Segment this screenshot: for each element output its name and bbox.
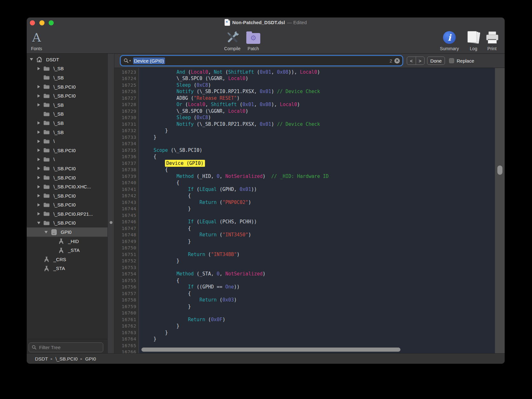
disclosure-triangle[interactable]: [36, 94, 41, 98]
done-button[interactable]: Done: [427, 57, 445, 65]
breadcrumb-item[interactable]: GPI0: [85, 356, 96, 362]
tree-item-_SBPCI0[interactable]: \_SB.PCI0: [27, 173, 107, 182]
disclosure-triangle[interactable]: [36, 176, 41, 179]
disclosure-triangle[interactable]: [36, 67, 41, 70]
disclosure-triangle[interactable]: [36, 158, 41, 161]
code-line: }: [142, 258, 495, 264]
tree-item-_SB[interactable]: \_SB: [27, 118, 107, 128]
toolbar: A Fonts Compile ⚙ Patch i Summary Log: [27, 28, 505, 53]
tree-item-_SBPCI0[interactable]: \_SB.PCI0: [27, 82, 107, 91]
line-number: 16762: [114, 323, 136, 329]
vertical-scrollbar[interactable]: [495, 68, 505, 353]
disclosure-triangle[interactable]: [44, 231, 49, 233]
line-number: 16740: [114, 179, 136, 186]
tree-item-_SB[interactable]: \_SB: [27, 128, 107, 137]
tree-item-_STA[interactable]: _STA: [27, 264, 107, 273]
tree-item-_SBPCI0[interactable]: \_SB.PCI0: [27, 191, 107, 200]
window-title-edited: — Edited: [287, 20, 307, 25]
filter-tree-input[interactable]: Filter Tree: [29, 342, 103, 352]
disclosure-triangle[interactable]: [36, 194, 41, 197]
find-previous-button[interactable]: <: [407, 57, 416, 64]
search-input[interactable]: ▾ Device (GPI0) 2 ✕: [121, 56, 402, 65]
line-number: 16745: [114, 212, 136, 219]
line-number: 16730: [114, 114, 136, 121]
tree-item-_SB[interactable]: \_SB: [27, 73, 107, 82]
tree-item-_SB[interactable]: \_SB: [27, 64, 107, 73]
tree-item-DSDT[interactable]: DSDT: [27, 55, 107, 64]
line-number: 16737: [114, 160, 136, 167]
print-button[interactable]: Print: [478, 30, 505, 51]
tree-item-_SB[interactable]: \_SB: [27, 110, 107, 119]
disclosure-triangle[interactable]: [29, 58, 34, 61]
folder-icon: [43, 102, 50, 108]
pane-splitter[interactable]: [107, 54, 114, 353]
tree-item-_SBPCI0[interactable]: \_SB.PCI0: [27, 146, 107, 155]
disclosure-triangle[interactable]: [36, 212, 41, 215]
tree-item-_SBPCI0[interactable]: \_SB.PCI0: [27, 91, 107, 100]
code-line: [142, 310, 495, 316]
tree-item-_HID[interactable]: _HID: [27, 237, 107, 246]
tree-item-_SBPCI0[interactable]: \_SB.PCI0: [27, 200, 107, 210]
line-number: 16765: [114, 342, 136, 349]
code-line: {: [142, 290, 495, 297]
line-number: 16750: [114, 245, 136, 251]
search-value-selected: Device (GPI0): [133, 57, 165, 64]
tree-item-[interactable]: \: [27, 137, 107, 146]
disclosure-triangle[interactable]: [36, 85, 41, 88]
line-number: 16759: [114, 303, 136, 310]
vertical-scrollbar-thumb[interactable]: [497, 166, 502, 175]
code-line: Return ("INT3450"): [142, 232, 495, 238]
code-editor[interactable]: And (Local0, Not (ShiftLeft (0x01, 0x08)…: [139, 68, 495, 353]
disclosure-triangle[interactable]: [36, 185, 41, 188]
close-button[interactable]: [30, 20, 35, 25]
tree-item-GPI0[interactable]: GPI0: [27, 227, 107, 237]
tree-item-_CRS[interactable]: _CRS: [27, 255, 107, 264]
patch-button[interactable]: ⚙ Patch: [239, 30, 268, 51]
breadcrumb-separator-icon: ▸: [51, 357, 53, 361]
line-number: 16728: [114, 101, 136, 108]
disclosure-triangle[interactable]: [36, 167, 41, 170]
disclosure-triangle[interactable]: [36, 140, 41, 143]
tree-item-_SBPCI0RP21[interactable]: \_SB.PCI0.RP21...: [27, 209, 107, 219]
breadcrumb-item[interactable]: \_SB.PCI0: [55, 356, 78, 362]
line-number: 16744: [114, 206, 136, 212]
code-line: [142, 245, 495, 251]
title-bar: ✕ Non-Patched_DSDT.dsl — Edited: [27, 17, 505, 28]
disclosure-triangle[interactable]: [36, 121, 41, 125]
code-line: }: [142, 206, 495, 212]
tree-item-_STA[interactable]: _STA: [27, 246, 107, 255]
app-window: ✕ Non-Patched_DSDT.dsl — Edited A Fonts …: [27, 17, 505, 364]
code-line: [142, 212, 495, 219]
disclosure-triangle[interactable]: [36, 222, 41, 224]
tree-item-label: \_SB.PCI0.RP21...: [53, 211, 93, 217]
disclosure-triangle[interactable]: [36, 103, 41, 106]
line-number: 16763: [114, 329, 136, 336]
disclosure-triangle[interactable]: [36, 149, 41, 152]
zoom-button[interactable]: [49, 20, 54, 25]
folder-icon: [43, 220, 50, 226]
disclosure-triangle[interactable]: [36, 131, 41, 134]
folder-icon: [43, 84, 50, 90]
clear-search-icon[interactable]: ✕: [394, 58, 400, 64]
disclosure-triangle[interactable]: [36, 203, 41, 206]
horizontal-scrollbar-thumb[interactable]: [141, 348, 400, 352]
breadcrumb-item[interactable]: DSDT: [35, 356, 48, 362]
tree-item-label: \_SB.PCI0.XHC...: [53, 184, 91, 189]
line-number: 16723: [114, 69, 136, 76]
fonts-button[interactable]: A Fonts: [27, 30, 51, 51]
search-scope-chevron-icon[interactable]: ▾: [129, 59, 131, 62]
tree-item-[interactable]: \: [27, 155, 107, 164]
tree-item-_SB[interactable]: \_SB: [27, 100, 107, 110]
tree-item-_SBPCI0[interactable]: \_SB.PCI0: [27, 219, 107, 228]
minimize-button[interactable]: [39, 20, 44, 25]
find-next-button[interactable]: >: [416, 57, 425, 64]
code-line: }: [142, 238, 495, 245]
tree-item-_SBPCI0XHC[interactable]: \_SB.PCI0.XHC...: [27, 182, 107, 191]
tree-item-_SBPCI0[interactable]: \_SB.PCI0: [27, 164, 107, 173]
line-number: 16756: [114, 284, 136, 290]
device-icon: [51, 229, 57, 235]
code-line: And (Local0, Not (ShiftLeft (0x01, 0x08)…: [142, 69, 495, 76]
replace-checkbox[interactable]: [449, 58, 454, 63]
code-line: Return (0x03): [142, 297, 495, 303]
splitter-handle-icon[interactable]: [110, 221, 113, 224]
